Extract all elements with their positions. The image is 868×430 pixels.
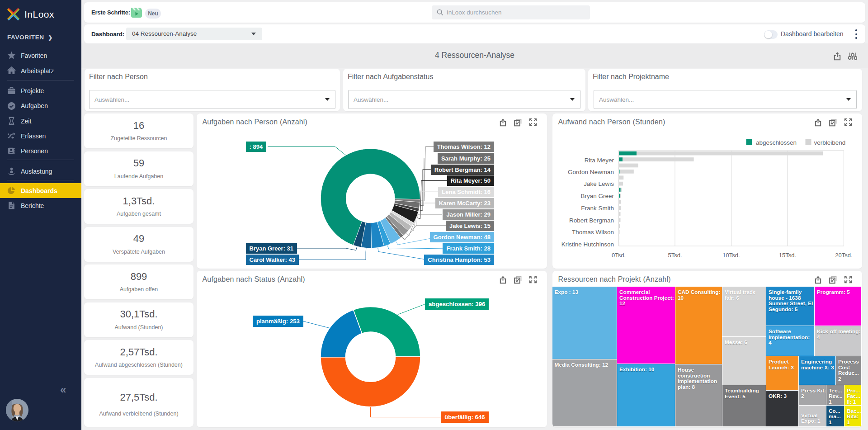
svg-text:Gordon Newman: Gordon Newman (567, 169, 613, 175)
svg-text:5Tsd.: 5Tsd. (668, 252, 682, 259)
svg-text:Robert Bergman: Robert Bergman (569, 217, 613, 224)
svg-text:Bryan Greer: Bryan Greer (580, 193, 614, 199)
svg-text:Rita Meyer: Rita Meyer (584, 157, 614, 164)
svg-text:15Tsd.: 15Tsd. (778, 252, 796, 259)
svg-text:Jake Lewis: Jake Lewis (584, 180, 614, 187)
svg-text:Kristine Hutchinson: Kristine Hutchinson (561, 241, 613, 248)
svg-text:20Tsd.: 20Tsd. (835, 252, 852, 259)
svg-text:verbleibend: verbleibend (814, 139, 845, 146)
svg-text:10Tsd.: 10Tsd. (722, 252, 740, 259)
svg-text:Frank Smith: Frank Smith (581, 205, 614, 212)
svg-text:abgeschlossen: abgeschlossen (756, 139, 797, 146)
svg-text:InLoox: InLoox (24, 9, 54, 19)
svg-text:Thomas Wilson: Thomas Wilson (571, 229, 613, 236)
svg-text:0Tsd.: 0Tsd. (611, 252, 625, 259)
